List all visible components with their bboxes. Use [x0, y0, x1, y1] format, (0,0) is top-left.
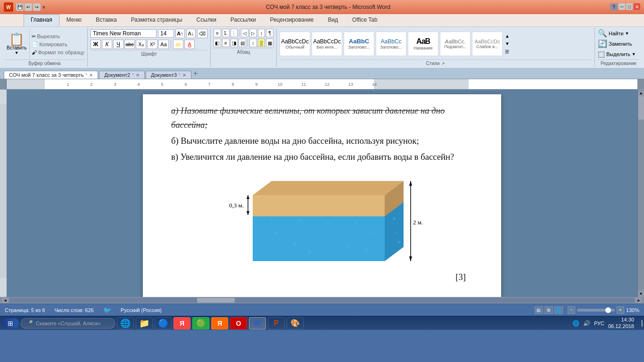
clear-formatting-button[interactable]: ⌫ — [197, 29, 207, 38]
network-icon[interactable]: 🌐 — [572, 320, 579, 327]
sort-button[interactable]: ↕ — [258, 29, 265, 37]
underline-button[interactable]: Ч — [113, 40, 124, 49]
sound-icon[interactable]: 🔊 — [583, 320, 590, 327]
show-formatting-button[interactable]: ¶ — [266, 29, 273, 37]
clock[interactable]: 14:30 06.12.2018 — [608, 317, 634, 329]
multilevel-button[interactable]: ⋮ — [231, 29, 238, 37]
justify-button[interactable]: ▤ — [239, 39, 246, 47]
tab-insert[interactable]: Вставка — [89, 14, 124, 26]
doc-tab-1[interactable]: СОЧ мой 7 класс за 3 четверть * ✕ — [4, 71, 98, 79]
subscript-button[interactable]: X₂ — [136, 40, 146, 49]
change-case-button[interactable]: Aa — [158, 40, 169, 49]
scroll-down-button[interactable]: ▼ — [638, 290, 644, 297]
style-subtitle[interactable]: AaBbCc. Подзагол... — [440, 32, 471, 56]
replace-button[interactable]: 🔄 Заменить — [598, 39, 639, 48]
styles-scroll[interactable]: ▲ ▼ ☰ — [504, 32, 511, 56]
align-left-button[interactable]: ◧ — [214, 39, 221, 47]
help-button[interactable]: ? — [610, 3, 618, 11]
numbering-button[interactable]: 1. — [222, 29, 230, 37]
taskbar-word[interactable]: W — [249, 317, 266, 329]
doc-tab-1-close[interactable]: ✕ — [89, 73, 93, 78]
paste-button[interactable]: 📋 Вставить ▼ — [4, 29, 30, 59]
scroll-up-button[interactable]: ▲ — [638, 90, 644, 96]
doc-tab-3-close[interactable]: ✕ — [182, 73, 186, 78]
cut-button[interactable]: ✂ Вырезать — [31, 33, 85, 40]
undo-button[interactable]: ↩ — [25, 3, 32, 11]
taskbar-powerpoint[interactable]: P — [268, 317, 285, 329]
increase-indent-button[interactable]: ▷ — [249, 29, 257, 37]
full-screen-button[interactable]: ⊞ — [545, 306, 553, 314]
save-button[interactable]: 💾 — [16, 3, 24, 11]
font-size-input[interactable] — [158, 29, 174, 38]
show-desktop-button[interactable]: ▕ — [638, 320, 642, 327]
zoom-percent[interactable]: 130% — [626, 307, 639, 313]
taskbar-yandex[interactable]: Я — [173, 317, 190, 329]
style-heading1[interactable]: AaBbC Заголово... — [344, 32, 374, 56]
taskbar-chrome[interactable]: 🔵 — [155, 317, 172, 329]
line-spacing-button[interactable]: ↕ — [249, 39, 257, 47]
right-scrollbar[interactable]: ▲ ▼ — [637, 90, 644, 297]
taskbar-paint[interactable]: 🎨 — [287, 317, 304, 329]
paste-dropdown-icon[interactable]: ▼ — [15, 50, 19, 55]
tab-references[interactable]: Ссылки — [190, 14, 223, 26]
taskbar-explorer[interactable]: 📁 — [136, 317, 153, 329]
style-normal[interactable]: AaBbCcDc Обычный — [280, 32, 310, 56]
tab-menu[interactable]: Меню — [59, 14, 89, 26]
tab-review[interactable]: Рецензирование — [263, 14, 321, 26]
minimize-button[interactable]: ─ — [619, 3, 625, 10]
tab-view[interactable]: Вид — [321, 14, 345, 26]
highlight-button[interactable]: ab — [173, 40, 183, 49]
tab-layout[interactable]: Разметка страницы — [124, 14, 190, 26]
font-shrink-button[interactable]: A↓ — [186, 29, 196, 38]
new-tab-button[interactable]: + — [192, 68, 202, 79]
strikethrough-button[interactable]: abc — [124, 40, 135, 49]
copy-button[interactable]: 📄 Копировать — [31, 41, 85, 48]
redo-button[interactable]: ↪ — [33, 3, 41, 11]
cortana-search[interactable]: 🎤 Скажите «Слушай, Алиса» — [21, 318, 115, 329]
tab-officetab[interactable]: Office Tab — [345, 14, 385, 26]
hscroll-thumb[interactable] — [197, 298, 235, 303]
start-button[interactable]: ⊞ — [2, 318, 19, 329]
zoom-out-button[interactable]: − — [568, 306, 575, 314]
hscroll-left-button[interactable]: ◄ — [2, 297, 8, 303]
style-subtle-emphasis[interactable]: AaBbCcDc Слабое в... — [472, 32, 503, 56]
italic-button[interactable]: К — [102, 40, 112, 49]
shading-button[interactable]: ▒ — [258, 39, 265, 47]
zoom-in-button[interactable]: + — [617, 306, 624, 314]
tab-mailings[interactable]: Рассылки — [223, 14, 263, 26]
zoom-slider[interactable] — [577, 309, 615, 312]
style-no-spacing[interactable]: AaBbCcDc Без инте... — [312, 32, 342, 56]
web-layout-button[interactable]: 🌐 — [554, 306, 563, 314]
doc-tab-3[interactable]: Документ3 * ✕ — [146, 71, 191, 79]
close-button[interactable]: ✕ — [634, 3, 640, 10]
font-color-button[interactable]: A — [184, 40, 195, 49]
bold-button[interactable]: Ж — [91, 40, 101, 49]
maximize-button[interactable]: □ — [626, 3, 633, 10]
format-painter-button[interactable]: 🖌 Формат по образцу — [31, 49, 85, 56]
scroll-thumb[interactable] — [638, 96, 644, 120]
language[interactable]: Русский (Россия) — [121, 307, 162, 313]
taskbar-ie[interactable]: 🌐 — [117, 317, 134, 329]
align-center-button[interactable]: ≡ — [222, 39, 230, 47]
lang-indicator[interactable]: РУС — [594, 321, 604, 326]
font-grow-button[interactable]: A↑ — [175, 29, 185, 38]
borders-button[interactable]: ▦ — [266, 39, 273, 47]
tab-home[interactable]: Главная — [24, 14, 59, 26]
style-title[interactable]: АаВ Название — [408, 32, 438, 56]
doc-tab-2[interactable]: Документ2 * ✕ — [99, 71, 145, 79]
doc-tab-2-close[interactable]: ✕ — [136, 73, 140, 78]
taskbar-opera[interactable]: O — [230, 317, 247, 329]
select-button[interactable]: ⬚ Выделить ▼ — [598, 49, 639, 58]
print-layout-button[interactable]: ▤ — [535, 306, 543, 314]
font-name-input[interactable] — [91, 29, 157, 38]
find-button[interactable]: 🔍 Найти ▼ — [598, 29, 639, 38]
hscroll-right-button[interactable]: ► — [636, 297, 642, 303]
spell-check-icon[interactable]: 🐦 — [103, 306, 111, 314]
align-right-button[interactable]: ◨ — [231, 39, 238, 47]
bullets-button[interactable]: ≡ — [214, 29, 221, 37]
taskbar-green[interactable]: 🟢 — [192, 317, 209, 329]
style-heading2[interactable]: AaBbCc Заголово... — [376, 32, 406, 56]
superscript-button[interactable]: X² — [147, 40, 157, 49]
quick-access-dropdown[interactable]: ▼ — [41, 5, 46, 10]
decrease-indent-button[interactable]: ◁ — [241, 29, 248, 37]
